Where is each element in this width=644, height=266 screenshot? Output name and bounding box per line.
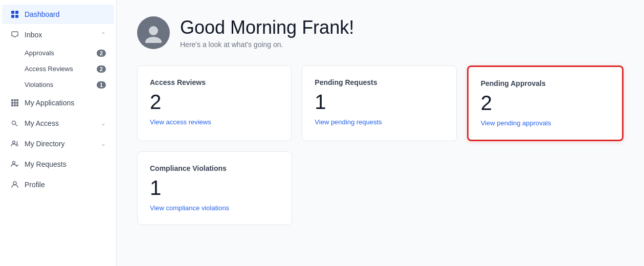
svg-point-14 <box>13 141 15 144</box>
svg-rect-0 <box>11 11 14 14</box>
main-content: Good Morning Frank! Here's a look at wha… <box>117 0 644 266</box>
compliance-violations-card-count: 1 <box>150 176 279 199</box>
sidebar-item-my-applications-label: My Applications <box>25 99 106 107</box>
profile-icon <box>10 180 19 189</box>
greeting-subtitle: Here's a look at what's going on. <box>180 40 354 49</box>
violations-badge: 1 <box>97 81 106 88</box>
sidebar-item-inbox[interactable]: Inbox ⌃ <box>2 25 114 45</box>
pending-requests-card-count: 1 <box>315 91 443 113</box>
approvals-badge: 2 <box>97 50 106 57</box>
svg-rect-4 <box>11 99 13 101</box>
sidebar-sub-item-approvals[interactable]: Approvals 2 <box>2 46 114 60</box>
sidebar-item-profile[interactable]: Profile <box>2 175 114 194</box>
pending-requests-card: Pending Requests 1 View pending requests <box>302 65 456 141</box>
svg-rect-8 <box>14 102 16 104</box>
compliance-violations-card-link[interactable]: View compliance violations <box>150 204 229 212</box>
approvals-label: Approvals <box>25 49 54 57</box>
access-reviews-card-title: Access Reviews <box>150 78 279 86</box>
svg-rect-9 <box>16 102 18 104</box>
chevron-down-icon-directory: ⌄ <box>101 140 106 147</box>
svg-point-17 <box>149 26 158 35</box>
access-reviews-badge: 2 <box>97 65 106 73</box>
sidebar-item-my-requests-label: My Requests <box>25 160 106 168</box>
avatar <box>137 16 170 49</box>
svg-point-18 <box>145 37 162 43</box>
inbox-icon <box>10 30 19 39</box>
svg-rect-6 <box>16 99 18 101</box>
top-cards-row: Access Reviews 2 View access reviews Pen… <box>137 65 624 141</box>
svg-rect-7 <box>11 102 13 104</box>
sidebar-item-my-access[interactable]: My Access ⌄ <box>2 114 114 133</box>
user-check-icon <box>10 160 19 169</box>
access-reviews-card-link[interactable]: View access reviews <box>150 118 211 126</box>
svg-rect-2 <box>11 15 14 18</box>
grid-icon <box>10 10 19 19</box>
access-reviews-label: Access Reviews <box>25 65 73 73</box>
sidebar-item-my-requests[interactable]: My Requests <box>2 154 114 174</box>
sidebar-item-dashboard[interactable]: Dashboard <box>2 5 114 24</box>
bottom-cards-row: Compliance Violations 1 View compliance … <box>137 151 624 225</box>
access-reviews-card: Access Reviews 2 View access reviews <box>137 65 292 141</box>
sidebar-item-profile-label: Profile <box>25 181 106 189</box>
svg-rect-11 <box>14 104 16 106</box>
svg-rect-3 <box>15 15 18 18</box>
sidebar: Dashboard Inbox ⌃ Approvals 2 Access Rev… <box>0 0 117 266</box>
pending-requests-card-link[interactable]: View pending requests <box>315 118 382 126</box>
chevron-down-icon-access: ⌄ <box>101 120 106 127</box>
sidebar-item-dashboard-label: Dashboard <box>25 10 106 18</box>
pending-approvals-card: Pending Approvals 2 View pending approva… <box>467 65 624 141</box>
apps-icon <box>10 98 19 107</box>
svg-rect-10 <box>11 104 13 106</box>
svg-point-15 <box>13 162 15 164</box>
svg-point-13 <box>12 121 16 125</box>
compliance-violations-card-title: Compliance Violations <box>150 164 279 172</box>
chevron-up-icon: ⌃ <box>101 31 106 38</box>
pending-approvals-card-title: Pending Approvals <box>481 79 610 87</box>
violations-label: Violations <box>25 81 53 88</box>
sidebar-item-my-directory-label: My Directory <box>25 140 96 148</box>
sidebar-item-my-access-label: My Access <box>25 119 96 127</box>
greeting-heading: Good Morning Frank! <box>180 17 354 38</box>
pending-approvals-card-link[interactable]: View pending approvals <box>481 119 551 127</box>
sidebar-item-inbox-label: Inbox <box>25 31 96 39</box>
greeting-text: Good Morning Frank! Here's a look at wha… <box>180 17 354 49</box>
svg-rect-5 <box>14 99 16 101</box>
svg-point-16 <box>13 182 16 185</box>
users-icon <box>10 139 19 148</box>
sidebar-item-my-applications[interactable]: My Applications <box>2 93 114 113</box>
access-reviews-card-count: 2 <box>150 91 279 113</box>
sidebar-sub-item-access-reviews[interactable]: Access Reviews 2 <box>2 61 114 76</box>
compliance-violations-card: Compliance Violations 1 View compliance … <box>137 151 292 225</box>
key-icon <box>10 119 19 128</box>
sidebar-item-my-directory[interactable]: My Directory ⌄ <box>2 134 114 153</box>
svg-rect-12 <box>16 104 18 106</box>
svg-rect-1 <box>15 11 18 14</box>
greeting-section: Good Morning Frank! Here's a look at wha… <box>137 16 624 49</box>
sidebar-sub-item-violations[interactable]: Violations 1 <box>2 77 114 92</box>
pending-requests-card-title: Pending Requests <box>315 78 443 86</box>
pending-approvals-card-count: 2 <box>481 92 610 114</box>
